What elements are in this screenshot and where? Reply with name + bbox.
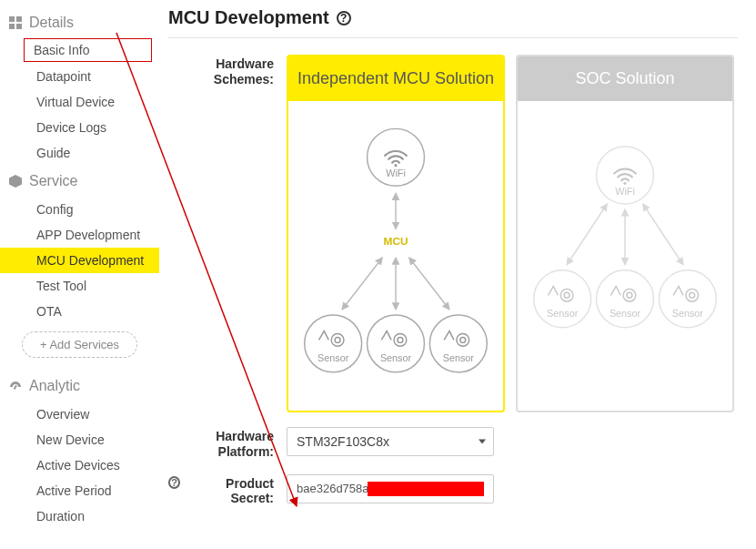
svg-line-26 (567, 204, 607, 265)
sidebar-item-config[interactable]: Config (0, 197, 159, 222)
svg-text:MCU: MCU (384, 235, 408, 248)
sidebar-item-duration[interactable]: Duration (0, 503, 159, 529)
section-label: Analytic (29, 378, 80, 394)
grid-icon (9, 16, 22, 29)
svg-text:Sensor: Sensor (380, 352, 412, 363)
sensor-node: Sensor (534, 270, 591, 328)
section-label: Details (29, 15, 74, 31)
sensor-node: Sensor (368, 315, 425, 372)
svg-point-5 (394, 164, 397, 167)
sidebar: Details Basic Info Datapoint Virtual Dev… (0, 0, 159, 536)
main-content: MCU Development ? Hardware Schemes: Inde… (159, 0, 756, 539)
svg-text:Sensor: Sensor (672, 308, 704, 319)
sidebar-item-app-development[interactable]: APP Development (0, 222, 159, 248)
svg-line-28 (643, 204, 683, 265)
scheme-card-mcu[interactable]: Independent MCU Solution WiFi MCU (287, 55, 505, 412)
sidebar-item-basic-info[interactable]: Basic Info (24, 38, 152, 62)
sensor-node: Sensor (429, 315, 487, 372)
cube-icon (9, 175, 22, 188)
svg-point-24 (623, 182, 626, 185)
sidebar-item-mcu-development[interactable]: MCU Development (0, 248, 159, 273)
scheme-card-soc[interactable]: SOC Solution WiFi Sensor Sensor Sensor (516, 55, 734, 412)
svg-rect-4 (14, 385, 17, 390)
sensor-node: Sensor (659, 270, 716, 328)
svg-rect-2 (9, 24, 15, 29)
svg-text:Sensor: Sensor (318, 352, 349, 363)
product-secret-input[interactable]: bae326d758a (287, 474, 494, 503)
svg-line-9 (342, 258, 382, 310)
product-secret-label: ? Product Secret: (168, 474, 287, 507)
redacted-block (368, 482, 484, 496)
add-services-button[interactable]: + Add Services (22, 331, 137, 358)
hw-platform-label: Hardware Platform: (168, 427, 287, 460)
sensor-node: Sensor (305, 315, 362, 372)
page-title: MCU Development ? (168, 4, 738, 37)
svg-rect-1 (16, 16, 22, 22)
caret-down-icon (479, 440, 486, 444)
svg-rect-0 (9, 16, 15, 22)
divider (168, 37, 738, 38)
help-icon[interactable]: ? (337, 11, 351, 25)
sidebar-item-device-logs[interactable]: Device Logs (0, 115, 159, 140)
sidebar-item-ota[interactable]: OTA (0, 299, 159, 324)
sidebar-item-active-period[interactable]: Active Period (0, 478, 159, 503)
sidebar-item-new-device[interactable]: New Device (0, 427, 159, 452)
section-service: Service (0, 166, 159, 197)
section-analytic: Analytic (0, 371, 159, 402)
svg-rect-3 (16, 24, 22, 29)
gauge-icon (9, 380, 22, 392)
sensor-node: Sensor (597, 270, 654, 328)
select-value: STM32F103C8x (297, 434, 389, 449)
svg-line-11 (409, 258, 449, 310)
svg-text:Sensor: Sensor (547, 308, 579, 319)
sidebar-item-test-tool[interactable]: Test Tool (0, 273, 159, 299)
section-label: Service (29, 173, 77, 189)
secret-visible: bae326d758a (297, 482, 369, 495)
hw-platform-select[interactable]: STM32F103C8x (287, 427, 494, 456)
scheme-title: SOC Solution (518, 56, 732, 101)
section-details: Details (0, 7, 159, 38)
hw-schemes-label: Hardware Schemes: (168, 55, 287, 87)
sidebar-item-guide[interactable]: Guide (0, 140, 159, 166)
help-icon[interactable]: ? (168, 476, 180, 489)
scheme-title: Independent MCU Solution (288, 56, 503, 101)
svg-text:Sensor: Sensor (443, 352, 475, 363)
sidebar-item-active-devices[interactable]: Active Devices (0, 452, 159, 478)
svg-text:WiFi: WiFi (615, 186, 635, 197)
page-title-text: MCU Development (168, 7, 329, 28)
sidebar-item-datapoint[interactable]: Datapoint (0, 64, 159, 89)
sidebar-item-virtual-device[interactable]: Virtual Device (0, 89, 159, 115)
svg-text:WiFi: WiFi (386, 168, 406, 178)
sidebar-item-overview[interactable]: Overview (0, 402, 159, 427)
svg-text:Sensor: Sensor (610, 308, 641, 319)
